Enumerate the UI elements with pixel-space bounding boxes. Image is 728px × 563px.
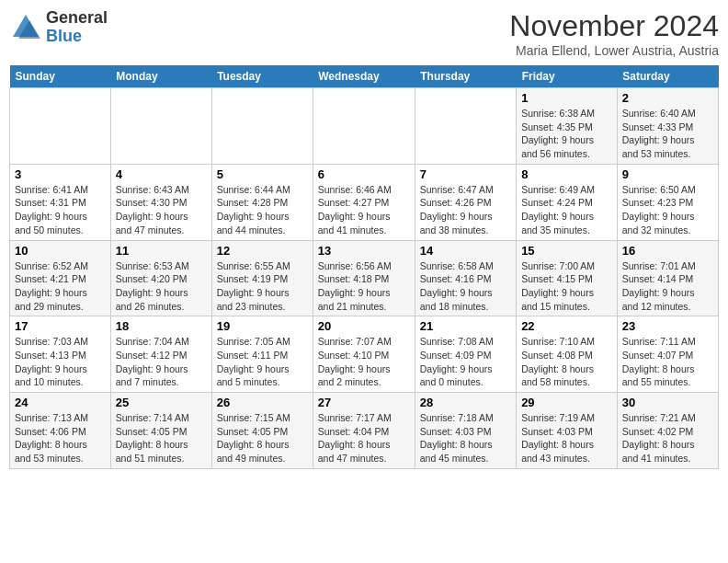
- weekday-header-thursday: Thursday: [415, 65, 516, 88]
- calendar-cell: 30Sunrise: 7:21 AM Sunset: 4:02 PM Dayli…: [617, 393, 718, 469]
- day-info: Sunrise: 7:17 AM Sunset: 4:04 PM Dayligh…: [318, 411, 410, 465]
- day-info: Sunrise: 7:03 AM Sunset: 4:13 PM Dayligh…: [15, 335, 106, 389]
- day-info: Sunrise: 7:21 AM Sunset: 4:02 PM Dayligh…: [622, 411, 713, 465]
- calendar-cell: 21Sunrise: 7:08 AM Sunset: 4:09 PM Dayli…: [415, 316, 516, 393]
- day-number: 2: [622, 91, 713, 105]
- calendar-cell: [110, 88, 211, 165]
- day-info: Sunrise: 7:05 AM Sunset: 4:11 PM Dayligh…: [217, 335, 308, 389]
- calendar-cell: 16Sunrise: 7:01 AM Sunset: 4:14 PM Dayli…: [617, 240, 718, 316]
- day-number: 10: [15, 244, 106, 258]
- weekday-header-row: SundayMondayTuesdayWednesdayThursdayFrid…: [10, 65, 719, 88]
- calendar-cell: 4Sunrise: 6:43 AM Sunset: 4:30 PM Daylig…: [110, 164, 211, 240]
- day-info: Sunrise: 6:46 AM Sunset: 4:27 PM Dayligh…: [318, 183, 410, 237]
- week-row-4: 17Sunrise: 7:03 AM Sunset: 4:13 PM Dayli…: [10, 316, 719, 393]
- day-info: Sunrise: 6:49 AM Sunset: 4:24 PM Dayligh…: [521, 183, 612, 237]
- day-info: Sunrise: 6:55 AM Sunset: 4:19 PM Dayligh…: [217, 259, 308, 314]
- day-number: 12: [217, 244, 308, 258]
- calendar-cell: [313, 88, 415, 165]
- day-info: Sunrise: 7:07 AM Sunset: 4:10 PM Dayligh…: [318, 335, 410, 389]
- day-info: Sunrise: 6:43 AM Sunset: 4:30 PM Dayligh…: [116, 183, 207, 237]
- week-row-1: 1Sunrise: 6:38 AM Sunset: 4:35 PM Daylig…: [10, 88, 719, 165]
- day-info: Sunrise: 6:47 AM Sunset: 4:26 PM Dayligh…: [420, 183, 511, 237]
- day-number: 29: [521, 396, 612, 409]
- calendar-cell: 3Sunrise: 6:41 AM Sunset: 4:31 PM Daylig…: [10, 164, 111, 240]
- day-number: 23: [622, 319, 713, 333]
- calendar-cell: 29Sunrise: 7:19 AM Sunset: 4:03 PM Dayli…: [517, 393, 618, 469]
- day-number: 7: [420, 167, 511, 181]
- day-info: Sunrise: 7:19 AM Sunset: 4:03 PM Dayligh…: [521, 411, 612, 465]
- calendar-cell: [211, 88, 313, 165]
- calendar-cell: 23Sunrise: 7:11 AM Sunset: 4:07 PM Dayli…: [617, 316, 718, 393]
- calendar-cell: 22Sunrise: 7:10 AM Sunset: 4:08 PM Dayli…: [517, 316, 618, 393]
- day-number: 19: [217, 319, 308, 333]
- logo-line2: Blue: [46, 28, 108, 46]
- day-number: 11: [116, 244, 207, 258]
- day-number: 5: [217, 167, 308, 181]
- logo-general: General: [46, 8, 108, 27]
- calendar-cell: 10Sunrise: 6:52 AM Sunset: 4:21 PM Dayli…: [10, 240, 111, 316]
- day-info: Sunrise: 6:53 AM Sunset: 4:20 PM Dayligh…: [116, 259, 207, 314]
- week-row-2: 3Sunrise: 6:41 AM Sunset: 4:31 PM Daylig…: [10, 164, 719, 240]
- day-info: Sunrise: 6:40 AM Sunset: 4:33 PM Dayligh…: [622, 107, 713, 161]
- day-info: Sunrise: 7:13 AM Sunset: 4:06 PM Dayligh…: [15, 411, 106, 465]
- day-info: Sunrise: 7:10 AM Sunset: 4:08 PM Dayligh…: [521, 335, 612, 389]
- calendar-cell: 11Sunrise: 6:53 AM Sunset: 4:20 PM Dayli…: [110, 240, 211, 316]
- calendar-cell: 6Sunrise: 6:46 AM Sunset: 4:27 PM Daylig…: [313, 164, 415, 240]
- day-info: Sunrise: 7:04 AM Sunset: 4:12 PM Dayligh…: [116, 335, 207, 389]
- day-number: 4: [116, 167, 207, 181]
- calendar-cell: 14Sunrise: 6:58 AM Sunset: 4:16 PM Dayli…: [415, 240, 516, 316]
- calendar-cell: 25Sunrise: 7:14 AM Sunset: 4:05 PM Dayli…: [110, 393, 211, 469]
- week-row-3: 10Sunrise: 6:52 AM Sunset: 4:21 PM Dayli…: [10, 240, 719, 316]
- day-info: Sunrise: 7:11 AM Sunset: 4:07 PM Dayligh…: [622, 335, 713, 389]
- day-number: 8: [521, 167, 612, 181]
- calendar-cell: 1Sunrise: 6:38 AM Sunset: 4:35 PM Daylig…: [517, 88, 618, 165]
- day-number: 26: [217, 396, 308, 409]
- calendar-cell: 13Sunrise: 6:56 AM Sunset: 4:18 PM Dayli…: [313, 240, 415, 316]
- day-info: Sunrise: 6:44 AM Sunset: 4:28 PM Dayligh…: [217, 183, 308, 237]
- weekday-header-monday: Monday: [110, 65, 211, 88]
- calendar-cell: 18Sunrise: 7:04 AM Sunset: 4:12 PM Dayli…: [110, 316, 211, 393]
- day-info: Sunrise: 6:41 AM Sunset: 4:31 PM Dayligh…: [15, 183, 106, 237]
- day-info: Sunrise: 7:00 AM Sunset: 4:15 PM Dayligh…: [521, 259, 612, 314]
- day-number: 17: [15, 319, 106, 333]
- day-info: Sunrise: 6:52 AM Sunset: 4:21 PM Dayligh…: [15, 259, 106, 314]
- day-number: 18: [116, 319, 207, 333]
- weekday-header-saturday: Saturday: [617, 65, 718, 88]
- day-info: Sunrise: 6:56 AM Sunset: 4:18 PM Dayligh…: [318, 259, 410, 314]
- day-number: 20: [318, 319, 410, 333]
- day-info: Sunrise: 7:01 AM Sunset: 4:14 PM Dayligh…: [622, 259, 713, 314]
- calendar-cell: 2Sunrise: 6:40 AM Sunset: 4:33 PM Daylig…: [617, 88, 718, 165]
- day-info: Sunrise: 6:38 AM Sunset: 4:35 PM Dayligh…: [521, 107, 612, 161]
- week-row-5: 24Sunrise: 7:13 AM Sunset: 4:06 PM Dayli…: [10, 393, 719, 469]
- calendar-cell: 27Sunrise: 7:17 AM Sunset: 4:04 PM Dayli…: [313, 393, 415, 469]
- day-number: 21: [420, 319, 511, 333]
- day-number: 14: [420, 244, 511, 258]
- calendar-cell: [10, 88, 111, 165]
- weekday-header-sunday: Sunday: [10, 65, 111, 88]
- day-info: Sunrise: 6:50 AM Sunset: 4:23 PM Dayligh…: [622, 183, 713, 237]
- calendar-cell: [415, 88, 516, 165]
- calendar-cell: 9Sunrise: 6:50 AM Sunset: 4:23 PM Daylig…: [617, 164, 718, 240]
- calendar-cell: 5Sunrise: 6:44 AM Sunset: 4:28 PM Daylig…: [211, 164, 313, 240]
- calendar-cell: 15Sunrise: 7:00 AM Sunset: 4:15 PM Dayli…: [517, 240, 618, 316]
- day-number: 13: [318, 244, 410, 258]
- day-number: 24: [15, 396, 106, 409]
- calendar-cell: 26Sunrise: 7:15 AM Sunset: 4:05 PM Dayli…: [211, 393, 313, 469]
- calendar-table: SundayMondayTuesdayWednesdayThursdayFrid…: [9, 65, 719, 469]
- day-number: 28: [420, 396, 511, 409]
- location-subtitle: Maria Ellend, Lower Austria, Austria: [509, 43, 719, 58]
- day-info: Sunrise: 7:15 AM Sunset: 4:05 PM Dayligh…: [217, 411, 308, 465]
- logo-icon: [9, 11, 42, 44]
- day-number: 1: [521, 91, 612, 105]
- calendar-cell: 7Sunrise: 6:47 AM Sunset: 4:26 PM Daylig…: [415, 164, 516, 240]
- calendar-cell: 12Sunrise: 6:55 AM Sunset: 4:19 PM Dayli…: [211, 240, 313, 316]
- weekday-header-tuesday: Tuesday: [211, 65, 313, 88]
- page-header: General Blue November 2024 Maria Ellend,…: [9, 9, 719, 58]
- day-info: Sunrise: 7:14 AM Sunset: 4:05 PM Dayligh…: [116, 411, 207, 465]
- title-section: November 2024 Maria Ellend, Lower Austri…: [509, 9, 719, 58]
- calendar-cell: 24Sunrise: 7:13 AM Sunset: 4:06 PM Dayli…: [10, 393, 111, 469]
- day-number: 3: [15, 167, 106, 181]
- calendar-cell: 19Sunrise: 7:05 AM Sunset: 4:11 PM Dayli…: [211, 316, 313, 393]
- day-number: 27: [318, 396, 410, 409]
- day-number: 16: [622, 244, 713, 258]
